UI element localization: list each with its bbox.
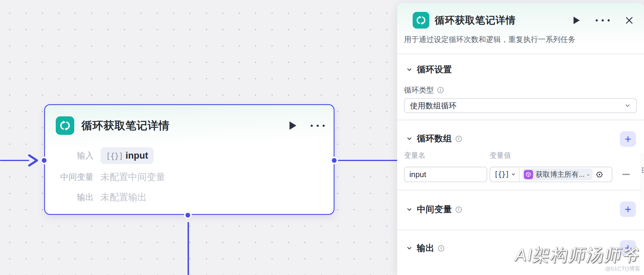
edge-outgoing: [337, 160, 400, 161]
chevron-down-icon: [406, 245, 413, 251]
section-title: 输出: [417, 242, 434, 254]
node-header: 循环获取笔记详情: [56, 116, 325, 135]
chevron-down-icon: [406, 206, 413, 213]
node-output-label: 输出: [45, 192, 94, 203]
divider: [519, 167, 520, 182]
chevron-down-icon[interactable]: [511, 172, 516, 177]
section-output[interactable]: 输出 i: [406, 240, 444, 256]
divider: [397, 230, 644, 230]
watermark-subtext: @51CTO博客: [515, 265, 640, 273]
loop-type-select[interactable]: 使用数组循环: [404, 98, 637, 113]
section-title: 中间变量: [417, 204, 452, 215]
remove-row-button[interactable]: [622, 174, 630, 175]
close-icon[interactable]: [625, 16, 633, 24]
edge-incoming: [0, 160, 29, 161]
variable-value-column-label: 变量值: [490, 151, 511, 160]
add-output-button[interactable]: +: [620, 240, 636, 256]
referenced-node-name: 获取博主所有...: [536, 170, 585, 179]
variable-name-input[interactable]: [404, 167, 487, 182]
section-title: 循环设置: [417, 64, 452, 76]
info-icon[interactable]: i: [456, 207, 462, 213]
loop-icon: [413, 12, 429, 29]
node-input-row: 输入 [{}] input: [45, 147, 334, 164]
node-config-panel: 循环获取笔记详情 用于通过设定循环次数和逻辑，重复执行一系列任务 循环设置: [397, 3, 644, 275]
node-input-label: 输入: [45, 150, 94, 161]
node-port-bottom[interactable]: [184, 211, 192, 219]
variable-reference-pill[interactable]: 获取博主所有... -: [522, 168, 592, 180]
array-object-type-icon: [{}]: [106, 151, 123, 160]
info-icon[interactable]: i: [456, 136, 462, 142]
node-intermediate-label: 中间变量: [45, 171, 94, 183]
divider: [397, 54, 644, 54]
edge-loop-body: [188, 222, 189, 275]
chevron-down-icon: [406, 66, 413, 73]
workflow-app: 循环获取笔记详情 输入 [{}] input 中间变量 未配置中间变量: [0, 0, 644, 275]
node-output-value: 未配置输出: [100, 191, 147, 204]
section-loop-settings[interactable]: 循环设置: [406, 62, 452, 77]
loop-type-label: 循环类型: [404, 85, 434, 95]
input-variable-tag[interactable]: [{}] input: [100, 147, 154, 164]
loop-type-label-row: 循环类型 i: [404, 85, 444, 95]
panel-title: 循环获取笔记详情: [435, 14, 516, 27]
node-reference-icon: [524, 170, 533, 179]
edge-arrowhead-icon: [27, 154, 40, 167]
reference-separator: -: [587, 170, 589, 179]
node-port-left[interactable]: [40, 157, 48, 164]
add-intermediate-variable-button[interactable]: +: [620, 201, 636, 217]
info-icon[interactable]: i: [438, 245, 444, 251]
section-intermediate-variables[interactable]: 中间变量 i: [406, 202, 462, 217]
scrollbar[interactable]: [641, 153, 644, 199]
input-variable-name: input: [126, 150, 148, 161]
add-loop-array-item-button[interactable]: +: [620, 131, 636, 147]
run-node-button[interactable]: [573, 16, 580, 25]
more-options-icon[interactable]: [596, 19, 610, 21]
node-title: 循环获取笔记详情: [81, 118, 170, 133]
node-intermediate-value: 未配置中间变量: [100, 171, 165, 183]
divider: [397, 120, 644, 120]
settings-hexagon-icon[interactable]: [595, 170, 604, 179]
more-options-icon[interactable]: [311, 125, 325, 127]
run-node-button[interactable]: [289, 121, 297, 130]
node-port-right[interactable]: [330, 157, 338, 164]
node-output-row: 输出 未配置输出: [45, 191, 334, 204]
loop-icon: [56, 116, 74, 135]
array-object-type-icon: [{}]: [494, 170, 509, 179]
section-loop-array[interactable]: 循环数组 i: [406, 131, 462, 146]
loop-node-card[interactable]: 循环获取笔记详情 输入 [{}] input 中间变量 未配置中间变量: [44, 104, 335, 215]
loop-type-value: 使用数组循环: [410, 101, 456, 111]
variable-value-field[interactable]: [{}] 获取博主所有... -: [490, 167, 612, 182]
divider: [397, 190, 644, 190]
info-icon[interactable]: i: [437, 87, 444, 93]
section-title: 循环数组: [417, 133, 452, 145]
chevron-down-icon: [406, 135, 413, 142]
node-intermediate-row: 中间变量 未配置中间变量: [45, 170, 334, 184]
panel-header: 循环获取笔记详情: [413, 12, 633, 29]
variable-name-column-label: 变量名: [404, 151, 425, 160]
chevron-down-icon: [624, 102, 631, 109]
panel-subtitle: 用于通过设定循环次数和逻辑，重复执行一系列任务: [404, 35, 637, 44]
